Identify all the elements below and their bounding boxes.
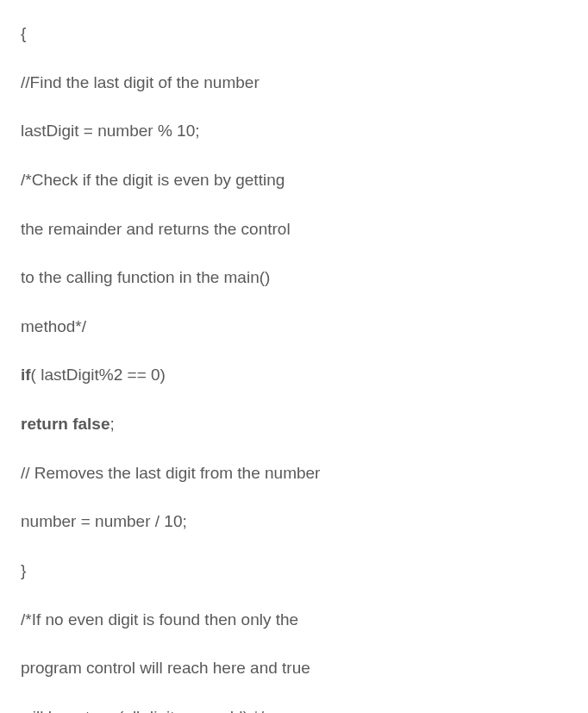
code-line: method*/ xyxy=(21,316,567,338)
code-text: /*If no even digit is found then only th… xyxy=(21,610,298,629)
code-text: // Removes the last digit from the numbe… xyxy=(21,464,320,482)
code-line: number = number / 10; xyxy=(21,510,567,533)
code-text: number = number / 10; xyxy=(21,512,187,530)
code-text: method*/ xyxy=(21,317,86,335)
code-text: ( lastDigit%2 == 0) xyxy=(31,366,166,384)
code-line: //Find the last digit of the number xyxy=(21,72,567,94)
code-keyword: if xyxy=(21,366,31,384)
code-keyword: return false xyxy=(21,415,109,433)
code-line: return false; xyxy=(21,413,567,435)
code-text: to the calling function in the main() xyxy=(21,268,270,286)
code-text: //Find the last digit of the number xyxy=(21,73,260,91)
code-block: { //Find the last digit of the number la… xyxy=(21,22,567,713)
code-text: } xyxy=(21,561,26,579)
code-line: /*Check if the digit is even by getting xyxy=(21,169,567,191)
code-line: } xyxy=(21,560,567,582)
code-text: /*Check if the digit is even by getting xyxy=(21,171,285,189)
code-line: the remainder and returns the control xyxy=(21,218,567,241)
code-text: lastDigit = number % 10; xyxy=(21,122,200,140)
code-text: the remainder and returns the control xyxy=(21,220,291,238)
code-line: lastDigit = number % 10; xyxy=(21,120,567,142)
code-text: will be return (all digits are odd).*/ xyxy=(21,708,264,713)
code-line: // Removes the last digit from the numbe… xyxy=(21,462,567,485)
code-line: /*If no even digit is found then only th… xyxy=(21,609,567,631)
code-line: to the calling function in the main() xyxy=(21,266,567,289)
code-text: ; xyxy=(109,415,114,433)
code-line: { xyxy=(21,22,567,45)
code-line: if( lastDigit%2 == 0) xyxy=(21,364,567,386)
code-text: { xyxy=(21,24,26,42)
code-line: program control will reach here and true xyxy=(21,657,567,679)
code-line: will be return (all digits are odd).*/ xyxy=(21,706,567,713)
code-text: program control will reach here and true xyxy=(21,659,310,677)
